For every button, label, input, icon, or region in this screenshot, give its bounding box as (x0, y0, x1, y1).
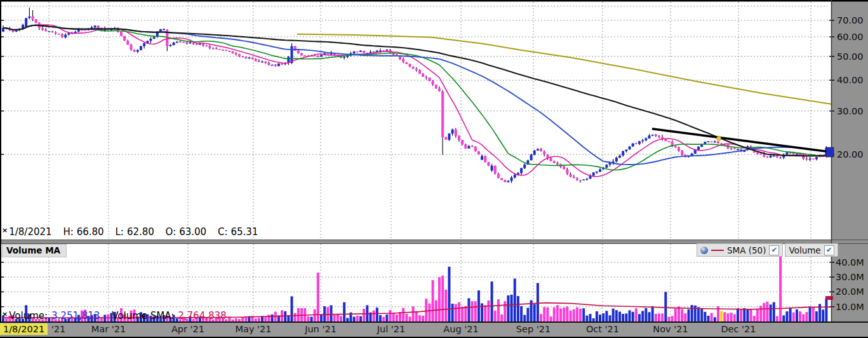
volume-axis-label: 30.0M (836, 272, 864, 282)
volume-bar (707, 316, 709, 321)
volume-axis-label: 40.0M (836, 257, 864, 267)
candle-body (199, 44, 201, 44)
close-value: 65.31 (230, 226, 258, 238)
month-label: Sep '21 (516, 324, 551, 334)
candle-body (176, 42, 178, 43)
volume-bar (766, 302, 768, 321)
volume-bar (553, 308, 556, 321)
candle-body (543, 151, 545, 154)
volume-series-dropdown[interactable]: Volume ✔ (785, 243, 838, 257)
candle-body (435, 84, 437, 88)
candle-body (149, 39, 152, 41)
candle-body (566, 169, 568, 173)
candle-body (261, 62, 264, 62)
candle-body (205, 46, 208, 46)
candle-body (504, 180, 506, 182)
price-axis-label: 20.00 (837, 149, 864, 159)
volume-bar (756, 309, 759, 321)
chart-canvas[interactable]: 70.0060.0050.0040.0030.0020.0040.0M30.0M… (0, 0, 868, 338)
volume-label: Volume: (9, 310, 48, 321)
candle-body (618, 156, 621, 158)
volume-bar (622, 314, 624, 321)
volume-bar (432, 280, 434, 321)
volume-bar (307, 316, 309, 321)
volume-bar (412, 306, 415, 321)
volume-bar (733, 314, 736, 321)
candle-body (126, 41, 129, 44)
candle-body (31, 17, 34, 20)
low-value: 62.80 (127, 226, 154, 238)
candle-body (622, 151, 624, 156)
candle-body (422, 74, 424, 77)
candle-body (717, 142, 719, 144)
volume-sma-legend-dropdown[interactable]: SMA (50) ✔ (697, 243, 783, 257)
volume-bar (576, 308, 578, 321)
candle-body (369, 52, 371, 53)
candle-body (474, 147, 477, 152)
volume-bar (363, 309, 365, 321)
volume-value: 3,251,813 (51, 310, 100, 321)
readout-date: 1/8/2021 (9, 226, 51, 238)
volume-bar (267, 314, 270, 321)
candle-body (540, 149, 542, 151)
volume-bar (782, 315, 785, 321)
candle-body (576, 178, 578, 180)
candle-body (779, 158, 782, 158)
candle-body (444, 137, 447, 140)
volume-readout: ×Volume:3,251,813 Volume SMA:2,764,838 (2, 310, 227, 321)
volume-bar (726, 313, 729, 321)
candle-body (471, 146, 474, 147)
volume-bar (356, 316, 359, 321)
globe-icon[interactable] (700, 247, 708, 254)
x-axis-bar[interactable]: 1/8/2021 '21Mar '21Apr '21May '21Jun '21… (0, 323, 868, 338)
volume-bar (700, 308, 703, 321)
high-label: H: (63, 226, 73, 238)
volume-ma-tab[interactable]: Volume MA (2, 244, 67, 257)
candle-body (140, 46, 142, 50)
volume-bar (674, 309, 677, 321)
volume-bar (605, 311, 608, 321)
candle-body (582, 180, 585, 180)
crosshair-icon: × (2, 310, 8, 318)
volume-bar (514, 278, 516, 321)
candle-body (533, 151, 536, 155)
candle-body (556, 163, 559, 164)
candle-body (605, 165, 608, 168)
candle-body (264, 62, 267, 63)
volume-bar (297, 308, 300, 321)
volume-bar (651, 306, 654, 321)
candle-body (596, 172, 598, 173)
candle-body (274, 65, 277, 66)
volume-bar (330, 305, 333, 321)
candle-body (179, 41, 182, 42)
candle-body (55, 32, 57, 34)
candle-body (143, 43, 145, 46)
candle-body (123, 36, 126, 41)
price-axis-label: 40.00 (837, 75, 864, 85)
candle-body (317, 56, 319, 57)
volume-bar (746, 309, 749, 321)
candle-body (674, 146, 677, 147)
candle-body (448, 133, 450, 140)
volume-bar (323, 306, 326, 321)
volume-bar (255, 318, 257, 321)
volume-bar (464, 306, 467, 321)
volume-bar (458, 302, 460, 321)
volume-bar (799, 311, 801, 321)
candle-body (467, 146, 470, 149)
candle-body (756, 152, 759, 154)
candle-body (655, 135, 657, 136)
candle-body (507, 181, 509, 182)
candle-body (664, 139, 667, 141)
volume-bar (753, 316, 756, 321)
volume-bar (461, 307, 464, 321)
candle-body (635, 143, 638, 144)
volume-bar (770, 304, 772, 321)
candle-body (25, 18, 27, 27)
volume-bar (818, 304, 821, 321)
checkmark-dropdown-icon[interactable]: ✔ (824, 245, 834, 255)
checkmark-dropdown-icon[interactable]: ✔ (769, 245, 779, 255)
candle-body (759, 154, 762, 154)
volume-bar (655, 314, 657, 321)
volume-bar (809, 306, 811, 321)
